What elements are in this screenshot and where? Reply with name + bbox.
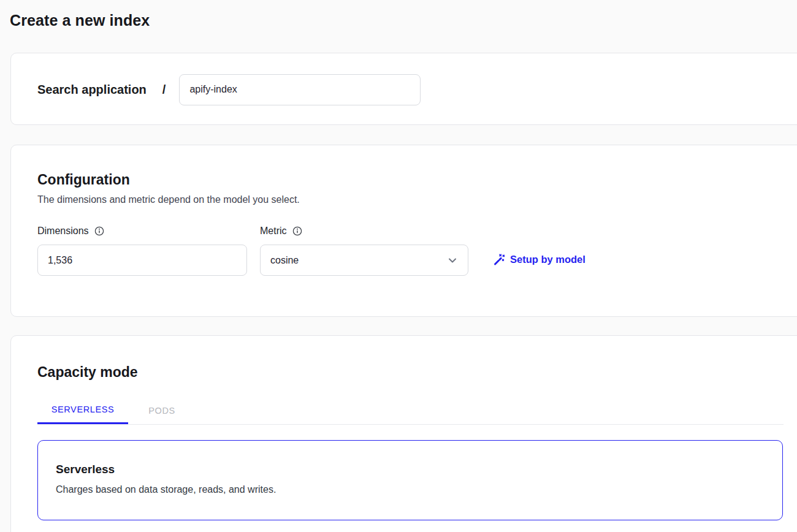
serverless-option-title: Serverless: [56, 463, 115, 476]
tab-serverless[interactable]: SERVERLESS: [37, 397, 128, 424]
setup-by-model-label: Setup by model: [510, 254, 585, 265]
dimensions-input[interactable]: [37, 245, 247, 276]
capacity-mode-card: Capacity mode SERVERLESS PODS Serverless…: [10, 335, 797, 532]
info-icon[interactable]: [94, 226, 104, 236]
configuration-subtitle: The dimensions and metric depend on the …: [37, 194, 300, 205]
dimensions-label: Dimensions: [37, 226, 104, 237]
tab-pods[interactable]: PODS: [128, 397, 196, 424]
configuration-card: Configuration The dimensions and metric …: [10, 145, 797, 317]
info-icon[interactable]: [292, 226, 302, 236]
capacity-mode-title: Capacity mode: [37, 364, 138, 381]
name-separator: /: [162, 83, 166, 97]
tab-serverless-label: SERVERLESS: [51, 405, 114, 414]
search-application-label: Search application: [37, 83, 147, 97]
page-title: Create a new index: [10, 12, 150, 29]
index-name-row: Search application /: [37, 53, 421, 126]
metric-label: Metric: [260, 226, 302, 237]
tab-pods-label: PODS: [148, 406, 175, 416]
metric-selected-value: cosine: [270, 255, 299, 266]
magic-wand-icon: [493, 253, 506, 266]
index-name-input[interactable]: [179, 74, 421, 105]
create-index-page: Create a new index Search application / …: [0, 0, 797, 532]
setup-by-model-link[interactable]: Setup by model: [493, 253, 585, 266]
metric-label-text: Metric: [260, 226, 287, 237]
chevron-down-icon: [447, 255, 458, 268]
configuration-title: Configuration: [37, 172, 130, 188]
serverless-option-card[interactable]: Serverless Charges based on data storage…: [37, 440, 783, 520]
serverless-option-description: Charges based on data storage, reads, an…: [56, 484, 276, 495]
metric-select[interactable]: cosine: [260, 245, 468, 276]
capacity-tabs: SERVERLESS PODS: [37, 397, 784, 425]
index-name-card: Search application /: [10, 53, 797, 125]
dimensions-label-text: Dimensions: [37, 226, 89, 237]
